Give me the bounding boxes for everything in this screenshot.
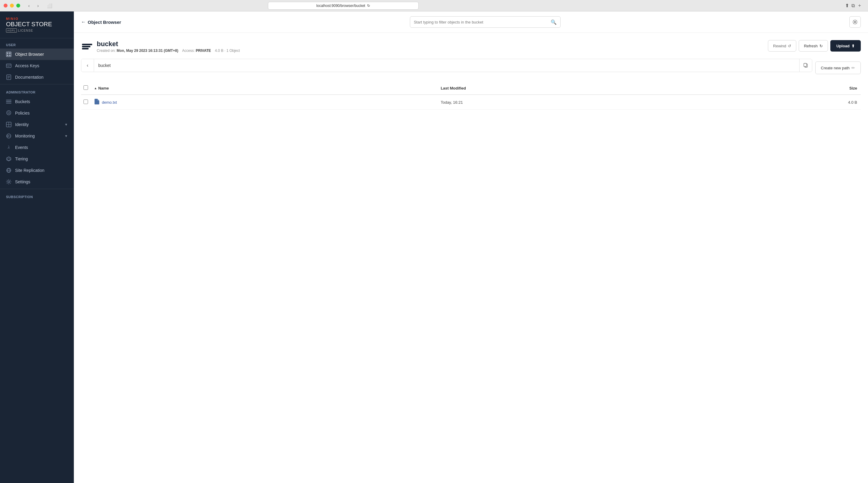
- sidebar-item-site-replication[interactable]: Site Replication: [0, 164, 74, 176]
- identity-arrow-icon: ▼: [64, 123, 68, 126]
- settings-gear-button[interactable]: [849, 16, 861, 28]
- share-button[interactable]: ⬆: [845, 2, 849, 9]
- upload-icon: ⬆: [851, 44, 855, 48]
- sidebar-item-identity[interactable]: Identity ▼: [0, 119, 74, 130]
- mac-titlebar: ‹ › ⬜ localhost:9090/browser/bucket ↻ ⬆ …: [0, 0, 868, 11]
- modified-column-header[interactable]: Last Modified: [437, 82, 707, 95]
- sidebar-label-identity: Identity: [15, 122, 61, 127]
- refresh-button[interactable]: Refresh ↻: [799, 40, 828, 52]
- table-row: demo.txt Today, 16:21 4.0 B: [81, 95, 861, 110]
- bucket-stack-icon: [82, 44, 92, 50]
- add-tab-button[interactable]: ＋: [857, 2, 862, 9]
- bucket-icon: [81, 40, 93, 53]
- sidebar-toggle-button[interactable]: ⬜: [45, 2, 53, 9]
- row-checkbox-cell: [81, 95, 90, 110]
- forward-nav-button[interactable]: ›: [34, 2, 42, 9]
- file-size-text: 4.0 B: [848, 100, 857, 104]
- sidebar-item-documentation[interactable]: Documentation: [0, 71, 74, 83]
- path-nav: ‹ bucket: [81, 59, 812, 72]
- file-modified-text: Today, 16:21: [441, 100, 463, 104]
- minimize-button[interactable]: [10, 4, 14, 7]
- monitoring-arrow-icon: ▼: [64, 134, 68, 138]
- rewind-icon: ↺: [788, 44, 791, 48]
- monitoring-icon: [6, 133, 11, 139]
- bucket-stack-line-1: [82, 44, 92, 45]
- back-nav-button[interactable]: ‹: [25, 2, 33, 9]
- policies-icon: [6, 110, 11, 116]
- sidebar-item-tiering[interactable]: Tiering: [0, 153, 74, 164]
- sidebar-label-tiering: Tiering: [15, 156, 68, 161]
- bucket-header: bucket Created on: Mon, May 29 2023 16:1…: [81, 40, 861, 53]
- search-bar[interactable]: 🔍: [410, 16, 561, 28]
- name-column-header[interactable]: ▲ Name: [90, 82, 437, 95]
- svg-rect-4: [9, 55, 10, 56]
- sidebar-item-object-browser[interactable]: Object Browser: [0, 49, 74, 60]
- path-copy-button[interactable]: [799, 59, 812, 72]
- new-tab-button[interactable]: ⧉: [851, 2, 855, 9]
- sidebar-label-object-browser: Object Browser: [15, 52, 68, 57]
- maximize-button[interactable]: [16, 4, 20, 7]
- admin-section-label: Administrator: [0, 86, 74, 96]
- search-input[interactable]: [414, 20, 548, 24]
- select-all-checkbox[interactable]: [84, 85, 88, 90]
- tiering-icon: [6, 156, 11, 161]
- row-checkbox[interactable]: [84, 99, 88, 104]
- sidebar-item-buckets[interactable]: Buckets: [0, 96, 74, 107]
- svg-rect-1: [7, 53, 8, 54]
- sidebar-item-policies[interactable]: Policies: [0, 107, 74, 119]
- close-button[interactable]: [4, 4, 7, 7]
- rewind-label: Rewind: [773, 44, 786, 48]
- address-bar[interactable]: localhost:9090/browser/bucket ↻: [268, 2, 418, 10]
- row-modified-cell: Today, 16:21: [437, 95, 707, 110]
- object-browser-icon: [6, 52, 11, 57]
- file-name-link[interactable]: demo.txt: [94, 99, 433, 106]
- sidebar-label-policies: Policies: [15, 111, 68, 116]
- upload-label: Upload: [836, 44, 849, 48]
- bucket-info: bucket Created on: Mon, May 29 2023 16:1…: [97, 40, 240, 53]
- table-header-row: ▲ Name Last Modified Size: [81, 82, 861, 95]
- row-size-cell: 4.0 B: [707, 95, 861, 110]
- svg-point-27: [854, 21, 856, 23]
- settings-icon: [6, 179, 11, 184]
- bucket-title-area: bucket Created on: Mon, May 29 2023 16:1…: [81, 40, 240, 53]
- sidebar-item-events[interactable]: λ Events: [0, 142, 74, 153]
- sidebar: MINIO OBJECT STORE AGPL LICENSE User: [0, 11, 74, 483]
- documentation-icon: [6, 74, 11, 80]
- refresh-icon: ↻: [819, 44, 823, 48]
- logo-license: AGPL LICENSE: [6, 28, 68, 33]
- bucket-action-buttons: Rewind ↺ Refresh ↻ Upload ⬆: [768, 40, 861, 52]
- svg-rect-29: [804, 63, 807, 67]
- sidebar-item-access-keys[interactable]: Access Keys: [0, 60, 74, 71]
- back-to-object-browser-button[interactable]: ← Object Browser: [81, 19, 121, 25]
- row-name-cell: demo.txt: [90, 95, 437, 110]
- sidebar-item-monitoring[interactable]: Monitoring ▼: [0, 130, 74, 142]
- license-badge: AGPL: [6, 28, 17, 33]
- sidebar-label-events: Events: [15, 145, 68, 150]
- svg-rect-5: [6, 64, 11, 67]
- name-column-label: Name: [98, 86, 109, 90]
- sidebar-item-settings[interactable]: Settings: [0, 176, 74, 187]
- copy-icon: [803, 63, 808, 68]
- access-value: PRIVATE: [196, 49, 211, 53]
- upload-button[interactable]: Upload ⬆: [830, 40, 861, 52]
- logo-brand: MINIO: [6, 17, 68, 21]
- logo-area: MINIO OBJECT STORE AGPL LICENSE: [0, 11, 74, 38]
- path-back-button[interactable]: ‹: [82, 59, 94, 72]
- app-container: MINIO OBJECT STORE AGPL LICENSE User: [0, 11, 868, 483]
- bucket-content-area: bucket Created on: Mon, May 29 2023 16:1…: [74, 33, 868, 483]
- main-content: ← Object Browser 🔍: [74, 11, 868, 483]
- browser-nav: ‹ ›: [25, 2, 42, 9]
- create-new-path-button[interactable]: Create new path ✏: [815, 61, 861, 74]
- site-replication-icon: [6, 168, 11, 173]
- svg-point-22: [7, 135, 9, 137]
- sidebar-label-access-keys: Access Keys: [15, 63, 68, 68]
- rewind-button[interactable]: Rewind ↺: [768, 40, 796, 52]
- sidebar-label-buckets: Buckets: [15, 99, 68, 104]
- back-label: Object Browser: [88, 20, 121, 25]
- sidebar-label-documentation: Documentation: [15, 75, 68, 80]
- size-column-header[interactable]: Size: [707, 82, 861, 95]
- file-table: ▲ Name Last Modified Size: [81, 82, 861, 110]
- sort-asc-icon: ▲: [94, 87, 97, 90]
- table-body: demo.txt Today, 16:21 4.0 B: [81, 95, 861, 110]
- reload-icon[interactable]: ↻: [367, 4, 370, 8]
